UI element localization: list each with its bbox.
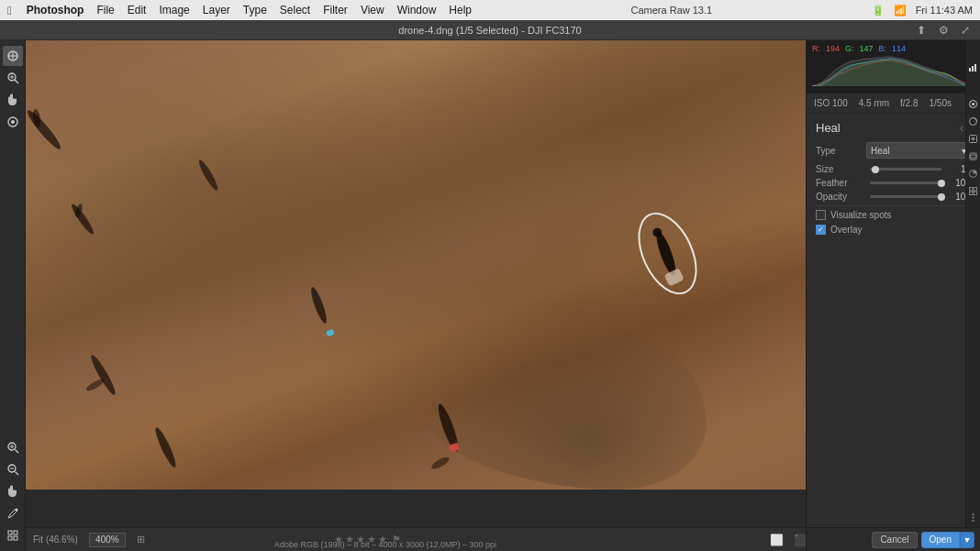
settings-icon[interactable]: ⚙ (936, 23, 951, 38)
adjustment-icon[interactable] (967, 115, 980, 127)
menu-image[interactable]: Image (159, 4, 189, 17)
opacity-row: Opacity 100 (816, 192, 971, 202)
svg-rect-36 (974, 192, 977, 195)
cancel-button[interactable]: Cancel (872, 532, 917, 548)
eyedropper-btn[interactable] (3, 503, 23, 523)
expand-icon[interactable]: ⤢ (958, 23, 973, 38)
svg-line-10 (15, 450, 18, 454)
edit-tools-icon[interactable] (967, 97, 980, 110)
svg-rect-21 (969, 68, 971, 72)
b-value: 114 (892, 44, 906, 53)
panels-icon[interactable]: ⬛ (793, 532, 806, 548)
overlay-row: Overlay (816, 225, 971, 235)
type-dropdown[interactable]: Heal ▾ (866, 142, 971, 159)
left-toolbar (0, 40, 26, 551)
document-title: drone-4.dng (1/5 Selected) - DJI FC3170 (398, 25, 581, 36)
main-area: Fit (46.6%) 400% ⊞ ★ ★ ★ ★ ★ ⚑ ⬜ ⬛ (0, 40, 980, 551)
g-value: 147 (860, 44, 874, 53)
zoom-out-btn[interactable] (3, 459, 23, 479)
menu-bar-right: 🔋 📶 Fri 11:43 AM (872, 5, 973, 17)
open-button[interactable]: Open (921, 532, 960, 548)
focal-length: 4.5 mm (859, 98, 889, 108)
r-label: R: (812, 44, 820, 53)
menu-type[interactable]: Type (243, 4, 267, 17)
more-strip-icon[interactable] (967, 511, 980, 523)
title-bar: drone-4.dng (1/5 Selected) - DJI FC3170 … (0, 20, 980, 40)
zoom-input[interactable] (89, 533, 126, 547)
visualize-checkbox[interactable] (816, 210, 826, 220)
size-thumb[interactable] (872, 166, 879, 173)
svg-rect-35 (970, 192, 974, 195)
type-label: Type (816, 146, 866, 156)
grid-icon[interactable]: ⊞ (137, 534, 145, 545)
b-label: B: (879, 44, 887, 53)
hand-tool-btn[interactable] (3, 90, 23, 110)
feather-row: Feather 100 (816, 178, 971, 188)
svg-point-38 (973, 516, 974, 518)
svg-rect-23 (974, 64, 976, 72)
g-label: G: (845, 44, 854, 53)
menu-view[interactable]: View (361, 4, 384, 17)
svg-rect-17 (8, 531, 12, 534)
layers-icon[interactable] (967, 149, 980, 162)
svg-rect-20 (14, 536, 17, 540)
panel-bottom: Cancel Open ▼ (807, 527, 980, 551)
menu-file[interactable]: File (96, 4, 114, 17)
menu-help[interactable]: Help (449, 4, 472, 17)
zoom-in-btn[interactable] (3, 437, 23, 457)
type-value: Heal (871, 146, 890, 156)
healing-icon[interactable] (967, 132, 980, 145)
histogram-strip-icon[interactable] (967, 61, 980, 73)
svg-rect-33 (970, 187, 974, 191)
svg-line-14 (15, 472, 18, 476)
sample-tool-btn[interactable] (3, 112, 23, 132)
type-row: Type Heal ▾ (816, 142, 971, 159)
right-panel: R: 194 G: 147 B: 114 (806, 40, 980, 551)
svg-rect-34 (974, 187, 977, 191)
size-label: Size (816, 164, 866, 174)
feather-track[interactable] (870, 182, 941, 184)
presets-icon[interactable] (967, 184, 980, 197)
share-icon[interactable]: ⬆ (914, 23, 929, 38)
size-row: Size 10 (816, 164, 971, 174)
color-icon[interactable] (967, 167, 980, 180)
prev-arrow[interactable]: ‹ (960, 122, 963, 135)
menu-filter[interactable]: Filter (323, 4, 348, 17)
status-bar-right: ⬜ ⬛ (769, 532, 806, 548)
opacity-label: Opacity (816, 192, 866, 202)
wifi-icon: 📶 (894, 5, 907, 17)
feather-label: Feather (816, 178, 866, 188)
photo-canvas[interactable] (26, 40, 806, 490)
apple-logo-icon[interactable]:  (7, 4, 12, 17)
svg-point-25 (972, 103, 974, 105)
camera-raw-title: Camera Raw 13.1 (484, 5, 859, 16)
opacity-thumb[interactable] (938, 193, 945, 201)
title-bar-icons: ⬆ ⚙ ⤢ (914, 23, 973, 38)
svg-line-4 (15, 80, 18, 83)
heal-tool-btn[interactable] (3, 46, 23, 66)
feather-thumb[interactable] (938, 180, 945, 187)
r-value: 194 (826, 44, 840, 53)
menu-window[interactable]: Window (397, 4, 437, 17)
grid-btn[interactable] (3, 525, 23, 545)
heal-panel-title: Heal ‹ › (816, 121, 971, 135)
hand-btn[interactable] (3, 481, 23, 501)
crop-icon[interactable]: ⬜ (769, 532, 785, 548)
zoom-tool-btn[interactable] (3, 68, 23, 88)
svg-rect-22 (972, 66, 974, 72)
svg-point-16 (15, 509, 17, 512)
visualize-row: Visualize spots (816, 210, 971, 220)
overlay-checkbox[interactable] (816, 225, 826, 235)
opacity-track[interactable] (870, 195, 941, 198)
svg-rect-19 (8, 536, 12, 540)
menu-layer[interactable]: Layer (203, 4, 230, 17)
svg-point-37 (973, 513, 974, 515)
histogram-chart (812, 55, 974, 86)
battery-icon: 🔋 (872, 5, 885, 17)
menu-select[interactable]: Select (280, 4, 310, 17)
open-arrow-button[interactable]: ▼ (960, 532, 974, 548)
menu-photoshop[interactable]: Photoshop (27, 4, 84, 17)
menu-edit[interactable]: Edit (128, 4, 147, 17)
size-track[interactable] (870, 168, 941, 171)
canvas-area[interactable]: Fit (46.6%) 400% ⊞ ★ ★ ★ ★ ★ ⚑ ⬜ ⬛ (26, 40, 806, 551)
